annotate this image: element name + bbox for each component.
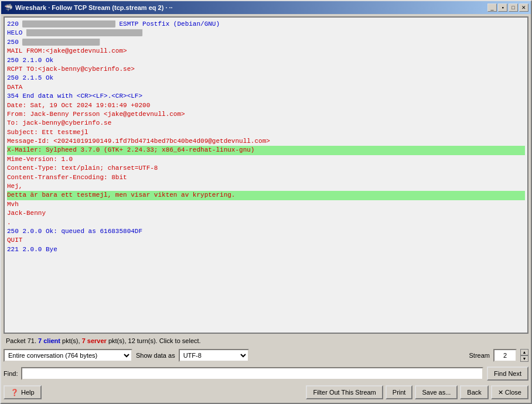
back-button[interactable]: Back — [460, 385, 488, 399]
app-icon: 🦈 — [4, 3, 13, 12]
stream-input[interactable] — [493, 349, 517, 362]
window-controls: _ ▪ □ ✕ — [487, 4, 528, 12]
status-bar: Packet 71. 7 client pkt(s), 7 server pkt… — [4, 336, 528, 345]
window-title: Wireshark · Follow TCP Stream (tcp.strea… — [15, 4, 487, 11]
stream-label: Stream — [469, 352, 490, 359]
filter-out-button[interactable]: Filter Out This Stream — [306, 385, 383, 399]
spinner-down[interactable]: ▼ — [520, 355, 528, 362]
show-data-label: Show data as — [136, 352, 175, 359]
conversation-dropdown[interactable]: Entire conversation (764 bytes)Client →S… — [4, 349, 132, 362]
help-label: Help — [21, 389, 35, 396]
encoding-dropdown[interactable]: UTF-8ASCIIEBCDICHex DumpC ArraysRaw — [179, 349, 249, 362]
help-icon: ❓ — [11, 389, 19, 396]
restore-button[interactable]: ▪ — [498, 4, 507, 12]
find-next-button[interactable]: Find Next — [487, 367, 528, 381]
bottom-row: ❓ Help Filter Out This Stream Print Save… — [4, 384, 528, 400]
find-label: Find: — [4, 370, 18, 377]
close-button-bottom[interactable]: ✕ Close — [491, 385, 528, 399]
title-bar: 🦈 Wireshark · Follow TCP Stream (tcp.str… — [1, 1, 531, 14]
save-as-button[interactable]: Save as... — [415, 385, 458, 399]
help-button[interactable]: ❓ Help — [4, 385, 42, 399]
controls-row: Entire conversation (764 bytes)Client →S… — [4, 348, 528, 363]
print-button[interactable]: Print — [386, 385, 413, 399]
content-area: 220 ████████████████████████ ESMTP Postf… — [1, 14, 531, 403]
stream-spinner[interactable]: ▲ ▼ — [520, 349, 528, 362]
main-window: 🦈 Wireshark · Follow TCP Stream (tcp.str… — [0, 0, 532, 404]
client-count: 7 client — [38, 337, 60, 344]
minimize-button[interactable]: _ — [487, 4, 497, 12]
find-row: Find: Find Next — [4, 365, 528, 382]
stream-display[interactable]: 220 ████████████████████████ ESMTP Postf… — [4, 16, 528, 334]
spinner-up[interactable]: ▲ — [520, 349, 528, 355]
close-button[interactable]: ✕ — [519, 4, 528, 12]
server-count: 7 server — [82, 337, 107, 344]
find-input[interactable] — [21, 367, 483, 380]
maximize-button[interactable]: □ — [509, 4, 518, 12]
